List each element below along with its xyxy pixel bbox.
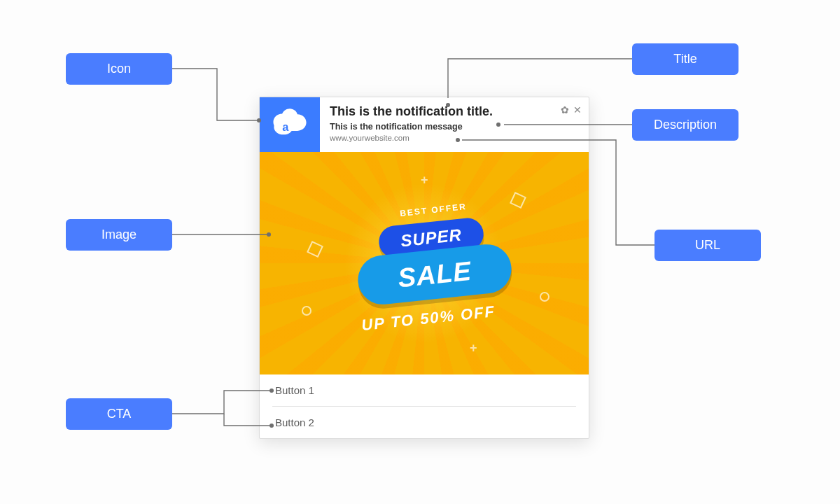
- svg-point-2: [257, 118, 261, 122]
- svg-point-7: [270, 388, 274, 393]
- svg-point-8: [270, 424, 274, 428]
- svg-point-3: [446, 103, 450, 107]
- svg-point-4: [496, 122, 500, 127]
- svg-point-6: [267, 232, 271, 237]
- connector-icon: [0, 0, 840, 504]
- svg-point-5: [456, 138, 460, 142]
